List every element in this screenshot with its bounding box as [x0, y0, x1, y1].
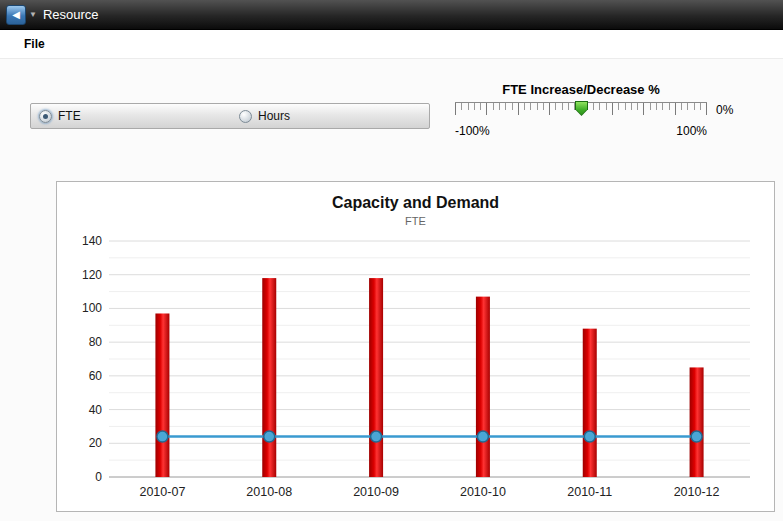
- chart-plot-area: 0204060801001201402010-072010-082010-092…: [65, 236, 766, 508]
- slider-max-label: 100%: [676, 124, 707, 138]
- slider-title: FTE Increase/Decrease %: [455, 82, 707, 97]
- slider-min-label: -100%: [455, 124, 490, 138]
- svg-text:120: 120: [82, 268, 102, 282]
- chart-subtitle: FTE: [57, 215, 774, 227]
- svg-text:0: 0: [95, 470, 102, 484]
- radio-fte-label: FTE: [58, 109, 81, 123]
- svg-text:60: 60: [89, 369, 103, 383]
- svg-text:2010-12: 2010-12: [674, 485, 720, 499]
- slider-value-label: 0%: [716, 103, 733, 117]
- unit-toggle-group: FTE Hours: [30, 103, 430, 129]
- radio-hours-label: Hours: [258, 109, 290, 123]
- svg-text:80: 80: [89, 335, 103, 349]
- svg-text:140: 140: [82, 236, 102, 248]
- svg-text:2010-11: 2010-11: [567, 485, 612, 499]
- chart-title: Capacity and Demand: [57, 194, 774, 212]
- svg-text:2010-07: 2010-07: [139, 485, 185, 499]
- capacity-demand-chart-panel: Capacity and Demand FTE 0204060801001201…: [56, 181, 775, 512]
- menu-file[interactable]: File: [24, 37, 45, 51]
- svg-text:40: 40: [89, 403, 103, 417]
- radio-option-hours[interactable]: Hours: [239, 109, 290, 123]
- svg-text:100: 100: [82, 301, 102, 315]
- radio-hours-icon: [239, 110, 252, 123]
- svg-text:2010-08: 2010-08: [246, 485, 292, 499]
- svg-text:20: 20: [89, 436, 103, 450]
- fte-percent-slider[interactable]: [455, 102, 707, 122]
- svg-text:2010-09: 2010-09: [353, 485, 399, 499]
- back-button[interactable]: ◀: [6, 5, 26, 25]
- title-bar: ◀ ▼ Resource: [0, 0, 783, 30]
- back-dropdown-caret-icon[interactable]: ▼: [29, 10, 37, 19]
- chart-svg: 0204060801001201402010-072010-082010-092…: [65, 236, 766, 504]
- back-arrow-icon: ◀: [12, 9, 20, 20]
- menu-bar: File: [0, 30, 783, 59]
- window-title: Resource: [43, 7, 99, 22]
- radio-fte-icon: [39, 110, 52, 123]
- radio-option-fte[interactable]: FTE: [39, 109, 239, 123]
- svg-text:2010-10: 2010-10: [460, 485, 506, 499]
